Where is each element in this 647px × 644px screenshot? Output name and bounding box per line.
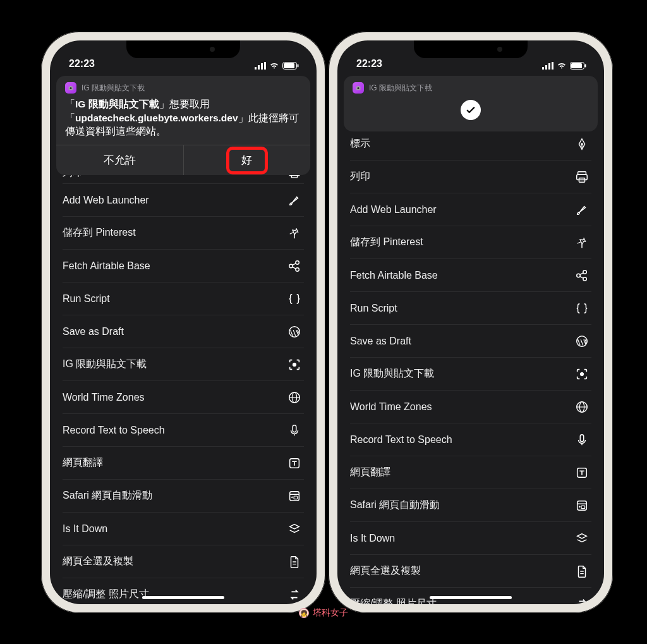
list-item[interactable]: Safari 網頁自動滑動	[350, 489, 591, 522]
svg-rect-28	[258, 65, 260, 70]
capture-icon	[572, 367, 591, 381]
check-icon	[461, 100, 481, 120]
status-time: 22:23	[356, 58, 382, 70]
wordpress-icon	[572, 334, 591, 348]
t-square-icon	[285, 456, 304, 470]
list-item-label: Is It Down	[350, 533, 572, 544]
svg-rect-29	[261, 63, 263, 70]
list-item-label: Save as Draft	[350, 336, 572, 347]
list-item-label: Safari 網頁自動滑動	[350, 499, 572, 512]
list-item-label: 網頁翻譯	[350, 466, 572, 479]
list-item[interactable]: Fetch Airtable Base	[63, 250, 304, 283]
mic-icon	[572, 433, 591, 447]
list-item[interactable]: Fetch Airtable Base	[350, 259, 591, 292]
list-item-label: Is It Down	[63, 523, 285, 535]
list-item[interactable]: 網頁全選及複製	[63, 545, 304, 578]
print-icon	[572, 170, 591, 184]
svg-rect-35	[545, 65, 547, 70]
svg-rect-40	[585, 64, 586, 68]
list-item-label: World Time Zones	[350, 401, 572, 413]
list-item[interactable]: Add Web Launcher	[63, 184, 304, 217]
list-item[interactable]: World Time Zones	[63, 381, 304, 414]
home-indicator[interactable]	[142, 596, 224, 599]
mic-icon	[285, 423, 304, 437]
deny-button[interactable]: 不允許	[56, 145, 183, 175]
wordpress-icon	[285, 325, 304, 339]
doc-icon	[285, 555, 304, 569]
share-sheet-list-left[interactable]: 列印Add Web Launcher儲存到 PinterestFetch Air…	[50, 162, 317, 604]
list-item[interactable]: 網頁全選及複製	[350, 555, 591, 588]
banner-actions: 不允許 好	[56, 145, 310, 175]
repeat-icon	[572, 597, 591, 605]
svg-rect-36	[548, 63, 550, 70]
list-item[interactable]: 列印	[350, 161, 591, 193]
list-item-label: Safari 網頁自動滑動	[63, 489, 285, 502]
shortcut-app-icon	[65, 82, 76, 94]
home-indicator[interactable]	[430, 596, 512, 599]
list-item[interactable]: Save as Draft	[63, 315, 304, 348]
doc-icon	[572, 564, 591, 578]
cellular-icon	[255, 62, 266, 70]
list-item-label: Record Text to Speech	[63, 425, 285, 436]
list-item[interactable]: 壓縮/調整 照片尺寸	[63, 578, 304, 604]
allow-button[interactable]: 好	[183, 145, 311, 175]
phone-frame-left: 22:23 IG 限動與貼文下載 「IG 限動與貼文下載」想要取用「update…	[41, 32, 325, 613]
list-item[interactable]: Save as Draft	[350, 325, 591, 358]
svg-rect-37	[552, 62, 553, 70]
list-item[interactable]: IG 限動與貼文下載	[350, 358, 591, 391]
list-item-label: 儲存到 Pinterest	[63, 226, 285, 240]
status-time: 22:23	[69, 58, 95, 70]
list-item-label: Fetch Airtable Base	[63, 260, 285, 272]
capture-icon	[285, 358, 304, 372]
notch	[126, 40, 240, 58]
list-item[interactable]: 網頁翻譯	[350, 456, 591, 489]
list-item-label: Add Web Launcher	[63, 195, 285, 206]
share-nodes-icon	[572, 269, 591, 283]
watermark: 👧 塔科女子	[299, 607, 348, 619]
list-item[interactable]: 網頁翻譯	[63, 447, 304, 480]
list-item-label: Run Script	[350, 303, 572, 314]
list-item[interactable]: 儲存到 Pinterest	[63, 217, 304, 250]
share-sheet-list-right[interactable]: 標示列印Add Web Launcher儲存到 PinterestFetch A…	[337, 128, 604, 604]
list-item-label: 標示	[350, 137, 572, 150]
list-item[interactable]: Record Text to Speech	[350, 423, 591, 456]
layers-icon	[572, 532, 591, 545]
svg-rect-34	[542, 67, 544, 70]
banner-check	[353, 97, 589, 126]
wifi-icon	[557, 62, 567, 70]
svg-rect-32	[284, 63, 294, 68]
list-item[interactable]: World Time Zones	[350, 391, 591, 423]
list-item-label: 網頁翻譯	[63, 456, 285, 470]
list-item[interactable]: Record Text to Speech	[63, 414, 304, 447]
battery-icon	[282, 62, 299, 70]
list-item[interactable]: Is It Down	[63, 513, 304, 545]
watermark-text: 塔科女子	[313, 607, 348, 619]
svg-rect-30	[264, 62, 266, 70]
banner-title: IG 限動與貼文下載	[82, 83, 145, 94]
repeat-icon	[285, 588, 304, 602]
status-icons	[255, 62, 299, 70]
list-item[interactable]: 標示	[350, 128, 591, 161]
svg-rect-27	[255, 67, 257, 70]
list-item-label: IG 限動與貼文下載	[350, 367, 572, 380]
list-item[interactable]: Safari 網頁自動滑動	[63, 480, 304, 513]
list-item[interactable]: Add Web Launcher	[350, 193, 591, 226]
battery-icon	[570, 62, 586, 70]
list-item[interactable]: IG 限動與貼文下載	[63, 348, 304, 381]
list-item[interactable]: Is It Down	[350, 522, 591, 555]
confirmation-banner: IG 限動與貼文下載	[344, 76, 598, 131]
screen-left: 22:23 IG 限動與貼文下載 「IG 限動與貼文下載」想要取用「update…	[50, 40, 317, 604]
braces-icon	[572, 301, 591, 315]
status-icons	[542, 62, 586, 70]
watermark-avatar: 👧	[299, 608, 309, 618]
cellular-icon	[542, 62, 553, 70]
share-nodes-icon	[285, 259, 304, 273]
list-item-label: 儲存到 Pinterest	[350, 236, 572, 249]
banner-header: IG 限動與貼文下載	[65, 82, 301, 94]
list-item[interactable]: Run Script	[350, 292, 591, 325]
list-item-label: Save as Draft	[63, 326, 285, 337]
list-item[interactable]: Run Script	[63, 283, 304, 315]
browser-icon	[572, 499, 591, 513]
list-item[interactable]: 儲存到 Pinterest	[350, 226, 591, 259]
layers-icon	[285, 522, 304, 536]
